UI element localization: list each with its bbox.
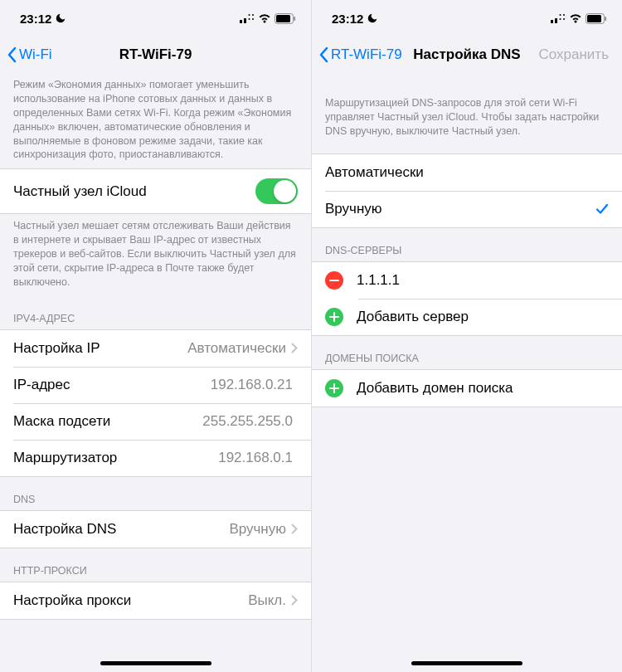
add-domain-row[interactable]: Добавить домен поиска — [312, 370, 622, 407]
wifi-icon — [258, 13, 271, 23]
configure-ip-value: Автоматически — [187, 340, 286, 357]
add-server-button[interactable] — [325, 308, 343, 326]
mode-auto-label: Автоматически — [325, 164, 609, 181]
dns-server-value: 1.1.1.1 — [357, 272, 609, 289]
home-indicator[interactable] — [411, 661, 522, 665]
status-bar: 23:12 — [0, 0, 311, 37]
mode-manual-row[interactable]: Вручную — [312, 191, 622, 227]
svg-point-12 — [563, 14, 565, 16]
configure-dns-value: Вручную — [229, 521, 286, 538]
mode-manual-label: Вручную — [325, 201, 595, 217]
battery-icon — [586, 13, 607, 24]
chevron-right-icon — [291, 343, 298, 353]
configure-proxy-row[interactable]: Настройка прокси Выкл. — [0, 582, 311, 619]
plus-icon — [329, 383, 339, 393]
cellular-icon — [551, 13, 566, 23]
svg-point-14 — [563, 18, 565, 20]
configure-ip-row[interactable]: Настройка IP Автоматически — [0, 330, 311, 367]
dns-description: Маршрутизацией DNS-запросов для этой сет… — [312, 73, 622, 145]
router-row: Маршрутизатор 192.168.0.1 — [0, 440, 311, 476]
subnet-mask-row: Маска подсети 255.255.255.0 — [0, 403, 311, 440]
content: Маршрутизацией DNS-запросов для этой сет… — [312, 73, 622, 672]
home-indicator[interactable] — [100, 661, 211, 665]
proxy-group: Настройка прокси Выкл. — [0, 582, 311, 620]
add-domain-button[interactable] — [325, 379, 343, 397]
svg-rect-17 — [605, 17, 607, 21]
plus-icon — [329, 312, 339, 322]
mode-auto-row[interactable]: Автоматически — [312, 154, 622, 191]
configure-proxy-label: Настройка прокси — [13, 592, 248, 609]
remove-server-button[interactable] — [325, 271, 343, 290]
nav-bar: RT-WiFi-79 Настройка DNS Сохранить — [312, 37, 622, 73]
svg-point-11 — [560, 14, 561, 16]
ip-address-label: IP-адрес — [13, 377, 211, 393]
wifi-icon — [569, 13, 582, 23]
svg-rect-16 — [587, 15, 601, 22]
svg-rect-18 — [329, 280, 339, 281]
nav-bar: Wi-Fi RT-WiFi-79 — [0, 37, 311, 73]
battery-icon — [275, 13, 296, 24]
chevron-right-icon — [291, 595, 298, 606]
svg-rect-1 — [244, 18, 246, 23]
svg-point-3 — [252, 14, 254, 16]
status-bar: 23:12 — [312, 0, 622, 37]
subnet-mask-label: Маска подсети — [13, 413, 202, 430]
private-relay-row[interactable]: Частный узел iCloud — [0, 169, 311, 213]
content: Режим «Экономия данных» помогает уменьши… — [0, 73, 311, 672]
phone-left: 23:12 Wi-Fi RT-WiFi-79 Режим «Экономия д… — [0, 0, 311, 672]
back-button[interactable]: Wi-Fi — [7, 46, 52, 63]
svg-point-13 — [560, 18, 561, 20]
dns-server-row[interactable]: 1.1.1.1 — [312, 262, 622, 299]
chevron-right-icon — [291, 523, 298, 534]
ip-address-value: 192.168.0.21 — [211, 377, 293, 393]
svg-point-4 — [249, 18, 250, 20]
svg-rect-22 — [329, 387, 339, 389]
chevron-left-icon — [318, 46, 328, 63]
cellular-icon — [240, 13, 255, 23]
add-server-label: Добавить сервер — [357, 309, 609, 325]
svg-rect-0 — [240, 20, 242, 23]
status-time: 23:12 — [20, 12, 51, 26]
svg-point-2 — [249, 14, 250, 16]
router-value: 192.168.0.1 — [218, 450, 293, 466]
dns-group: Настройка DNS Вручную — [0, 510, 311, 548]
back-label: RT-WiFi-79 — [331, 46, 402, 63]
configure-dns-row[interactable]: Настройка DNS Вручную — [0, 511, 311, 548]
back-label: Wi-Fi — [19, 46, 52, 63]
svg-rect-8 — [294, 17, 296, 21]
svg-rect-9 — [551, 20, 553, 23]
dns-mode-group: Автоматически Вручную — [312, 153, 622, 228]
search-domains-header: ДОМЕНЫ ПОИСКА — [312, 336, 622, 369]
configure-dns-label: Настройка DNS — [13, 521, 229, 538]
add-domain-label: Добавить домен поиска — [357, 380, 609, 397]
svg-rect-7 — [276, 15, 290, 22]
private-relay-toggle[interactable] — [255, 178, 298, 204]
search-domains-group: Добавить домен поиска — [312, 369, 622, 407]
dns-servers-header: DNS-СЕРВЕРЫ — [312, 228, 622, 261]
private-relay-group: Частный узел iCloud — [0, 168, 311, 214]
configure-ip-label: Настройка IP — [13, 340, 187, 357]
add-server-row[interactable]: Добавить сервер — [312, 299, 622, 335]
svg-rect-10 — [555, 18, 557, 23]
ip-address-row: IP-адрес 192.168.0.21 — [0, 367, 311, 403]
svg-point-5 — [252, 18, 254, 20]
status-time: 23:12 — [332, 12, 363, 26]
back-button[interactable]: RT-WiFi-79 — [318, 46, 402, 63]
proxy-header: HTTP-ПРОКСИ — [0, 548, 311, 582]
svg-rect-20 — [329, 316, 339, 318]
private-relay-description: Частный узел мешает сетям отслеживать Ва… — [0, 214, 311, 295]
ipv4-header: IPV4-АДРЕС — [0, 296, 311, 329]
moon-icon — [367, 12, 378, 24]
chevron-left-icon — [7, 46, 17, 63]
nav-title: RT-WiFi-79 — [119, 46, 192, 63]
ipv4-group: Настройка IP Автоматически IP-адрес 192.… — [0, 329, 311, 477]
dns-servers-group: 1.1.1.1 Добавить сервер — [312, 261, 622, 336]
checkmark-icon — [595, 202, 609, 216]
data-mode-description: Режим «Экономия данных» помогает уменьши… — [0, 73, 311, 168]
save-button[interactable]: Сохранить — [539, 46, 615, 63]
nav-title: Настройка DNS — [413, 46, 520, 63]
configure-proxy-value: Выкл. — [248, 592, 286, 609]
moon-icon — [55, 12, 66, 24]
subnet-mask-value: 255.255.255.0 — [202, 413, 293, 430]
dns-header: DNS — [0, 477, 311, 510]
